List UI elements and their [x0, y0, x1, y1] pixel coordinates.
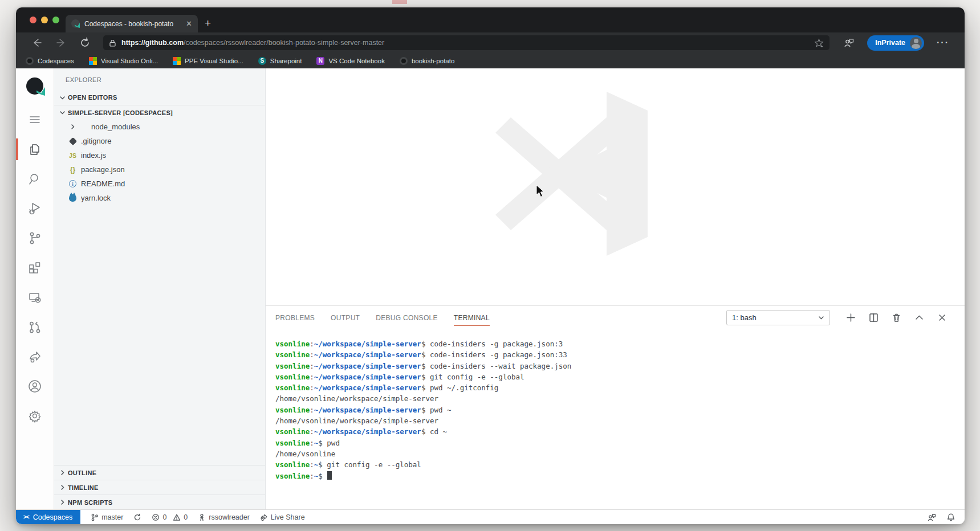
collapsed-section[interactable]: OUTLINE	[54, 465, 265, 480]
sync-button[interactable]	[133, 513, 141, 521]
open-editors-section[interactable]: OPEN EDITORS	[54, 90, 265, 105]
search-icon[interactable]	[16, 164, 54, 194]
chevron-right-icon	[68, 122, 77, 132]
file-row[interactable]: JS{}i .gitignore	[54, 134, 265, 148]
feedback-icon[interactable]	[927, 513, 936, 522]
bookmark-item[interactable]: N VS Code Notebook	[316, 57, 384, 65]
terminal-line: /home/vsonline/workspace/simple-server	[275, 393, 965, 404]
editor-group: PROBLEMSOUTPUTDEBUG CONSOLETERMINAL 1: b…	[266, 68, 965, 509]
remote-codespaces-badge[interactable]: >< Codespaces	[16, 510, 80, 524]
shell-select-value: 1: bash	[732, 313, 818, 322]
terminal-output[interactable]: vsonline:~/workspace/simple-server$ code…	[266, 330, 965, 509]
workspace-section[interactable]: SIMPLE-SERVER [CODESPACES]	[54, 105, 265, 120]
empty-editor	[266, 68, 965, 305]
workspace-label: SIMPLE-SERVER [CODESPACES]	[68, 109, 173, 116]
settings-gear-icon[interactable]	[16, 401, 54, 431]
url-host: https://github.com	[121, 39, 184, 47]
panel-header: PROBLEMSOUTPUTDEBUG CONSOLETERMINAL 1: b…	[266, 306, 965, 330]
panel-tab[interactable]: DEBUG CONSOLE	[376, 311, 438, 325]
github-codespaces-logo	[26, 77, 43, 95]
live-share-label: Live Share	[271, 513, 305, 521]
panel-tab[interactable]: OUTPUT	[331, 311, 360, 325]
minimize-window-button[interactable]	[41, 17, 48, 23]
account-icon[interactable]	[16, 371, 54, 401]
source-control-icon[interactable]	[16, 223, 54, 253]
bookmark-item[interactable]: bookish-potato	[400, 57, 454, 65]
debug-icon[interactable]	[16, 194, 54, 223]
bookmark-favicon-icon	[400, 57, 408, 65]
bookmark-label: Visual Studio Onli...	[101, 58, 158, 64]
extensions-icon[interactable]	[16, 253, 54, 283]
bookmark-label: Sharepoint	[270, 58, 302, 64]
bookmark-item[interactable]: Codespaces	[26, 57, 74, 65]
terminal-line: /home/vsonline/workspace/simple-server	[275, 415, 965, 426]
tab-close-icon[interactable]: ✕	[185, 19, 193, 28]
url-text: https://github.com/codespaces/rssowlread…	[121, 39, 810, 47]
file-name: yarn.lock	[81, 194, 111, 202]
file-type-icon: JS{}i	[68, 151, 78, 160]
back-button[interactable]	[31, 37, 43, 48]
lock-icon	[109, 39, 116, 47]
split-terminal-icon[interactable]	[868, 312, 879, 323]
panel-tab[interactable]: PROBLEMS	[275, 311, 315, 325]
star-add-favorite-icon[interactable]	[814, 38, 824, 48]
file-row[interactable]: JS{}i README.md	[54, 177, 265, 191]
bookmark-favicon-icon	[26, 57, 34, 65]
bookmark-label: VS Code Notebook	[328, 58, 384, 64]
account-indicator[interactable]: rssowlreader	[198, 513, 250, 521]
remote-explorer-icon[interactable]	[16, 283, 54, 312]
terminal-shell-select[interactable]: 1: bash	[726, 310, 830, 325]
maximize-panel-icon[interactable]	[914, 312, 925, 323]
file-row[interactable]: JS{}i package.json	[54, 162, 265, 177]
inprivate-badge[interactable]: InPrivate	[867, 35, 924, 51]
address-bar[interactable]: https://github.com/codespaces/rssowlread…	[103, 35, 829, 50]
account-name: rssowlreader	[209, 513, 250, 521]
url-path: /codespaces/rssowlreader/bookish-potato-…	[184, 39, 384, 47]
bookmark-item[interactable]: S Sharepoint	[258, 57, 302, 65]
file-row[interactable]: JS{}i index.js	[54, 148, 265, 162]
file-type-icon: JS{}i	[68, 194, 78, 203]
close-window-button[interactable]	[30, 17, 36, 23]
vscode-workbench: EXPLORER OPEN EDITORS SIMPLE-SERVER [COD…	[16, 68, 965, 509]
browser-tab[interactable]: Codespaces - bookish-potato ✕	[66, 15, 198, 32]
bookmarks-bar: Codespaces Visual Studio Onli... PPE Vis…	[16, 53, 965, 68]
zoom-window-button[interactable]	[52, 17, 59, 23]
file-row[interactable]: JS{}i yarn.lock	[54, 191, 265, 205]
sidebar-spacer	[54, 207, 265, 465]
explorer-icon[interactable]	[16, 134, 54, 164]
sidebar-bottom-sections: OUTLINE TIMELINE NPM SCRIPTS	[54, 465, 265, 509]
bookmark-label: PPE Visual Studio...	[185, 58, 243, 64]
chevron-down-icon	[58, 93, 67, 102]
close-panel-icon[interactable]	[937, 312, 948, 323]
inprivate-label: InPrivate	[875, 39, 905, 47]
forward-button[interactable]	[55, 37, 67, 48]
panel-tab[interactable]: TERMINAL	[454, 311, 490, 325]
branch-indicator[interactable]: master	[91, 513, 123, 521]
send-feedback-icon[interactable]	[843, 37, 855, 48]
file-name: index.js	[81, 151, 106, 160]
kill-terminal-icon[interactable]	[891, 312, 902, 323]
bell-icon[interactable]	[946, 513, 955, 522]
pull-request-icon[interactable]	[16, 312, 54, 342]
section-label: OUTLINE	[68, 469, 96, 476]
collapsed-section[interactable]: TIMELINE	[54, 480, 265, 495]
bookmark-favicon-icon: N	[316, 57, 324, 65]
reload-button[interactable]	[79, 37, 91, 48]
live-share-button[interactable]: Live Share	[260, 513, 305, 521]
bookmark-favicon-icon	[89, 57, 97, 65]
live-share-icon[interactable]	[16, 342, 54, 371]
settings-more-icon[interactable]: ···	[937, 38, 949, 48]
new-tab-button[interactable]: +	[205, 17, 211, 30]
profile-avatar	[910, 37, 922, 49]
collapsed-section[interactable]: NPM SCRIPTS	[54, 495, 265, 509]
problems-indicator[interactable]: 0 0	[152, 513, 188, 521]
new-terminal-icon[interactable]	[845, 312, 856, 323]
status-bar: >< Codespaces master 0 0 rssowlreader Li…	[16, 509, 965, 524]
warning-icon	[173, 513, 181, 521]
file-row[interactable]: JS{}i node_modules	[54, 120, 265, 134]
bookmark-item[interactable]: Visual Studio Onli...	[89, 57, 158, 65]
menu-icon[interactable]	[16, 105, 54, 134]
bookmark-item[interactable]: PPE Visual Studio...	[173, 57, 243, 65]
file-name: node_modules	[91, 122, 140, 131]
terminal-line: vsonline:~/workspace/simple-server$ code…	[275, 361, 965, 371]
